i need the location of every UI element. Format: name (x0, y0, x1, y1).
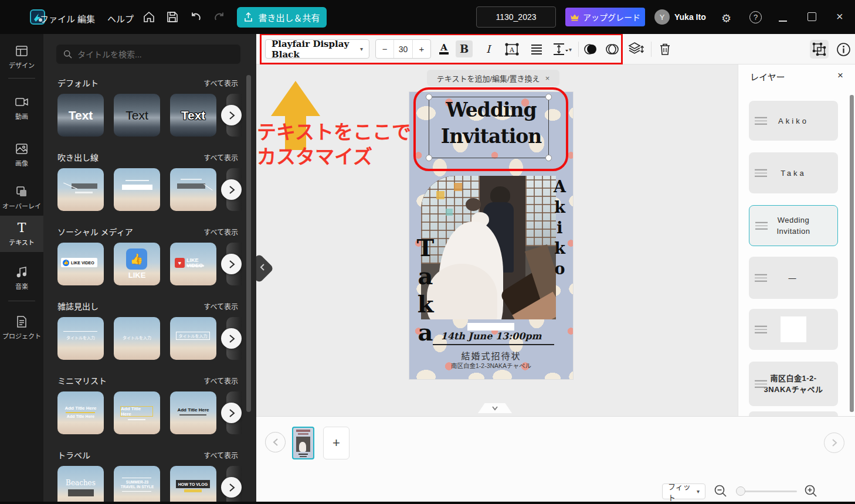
search-input[interactable] (77, 50, 224, 59)
sidebar-item-overlay[interactable]: オーバーレイ (0, 185, 43, 210)
zoom-out-icon[interactable] (714, 484, 728, 498)
jp-address-text[interactable]: 南区白金1-2-3NAKAチャペル (409, 361, 573, 370)
template-thumb-text[interactable]: Text (114, 94, 160, 137)
menu-edit[interactable]: 編集 (77, 12, 95, 25)
name-text-akiko[interactable]: Akiko (551, 178, 569, 280)
gear-icon[interactable]: ⚙ (721, 12, 731, 25)
template-thumb-callout[interactable] (114, 168, 160, 211)
wedding-photo[interactable] (421, 176, 556, 319)
layer-item-partial[interactable] (749, 411, 838, 416)
template-thumb-social[interactable]: ♥ LIKE VIDEO (170, 243, 216, 285)
zoom-in-icon[interactable] (804, 484, 818, 498)
template-thumb-social[interactable]: 👍 LIKE (114, 243, 160, 285)
sidebar-item-image[interactable]: 画像 (0, 142, 43, 168)
date-text[interactable]: 14th June 13:00pm (426, 331, 557, 342)
sidebar-item-video[interactable]: 動画 (0, 96, 43, 121)
show-all-link[interactable]: すべて表示 (203, 376, 238, 386)
search-box[interactable] (56, 45, 240, 64)
sidebar-item-design[interactable]: デザイン (0, 45, 43, 70)
drag-handle-icon[interactable] (755, 220, 768, 232)
template-thumb-minimalist[interactable]: Add Title Here Add Title Here (57, 391, 104, 434)
line-spacing-button[interactable]: ▾ (551, 40, 572, 59)
selection-handle[interactable] (426, 94, 432, 100)
show-all-link[interactable]: すべて表示 (203, 152, 238, 162)
panel-scrollbar[interactable] (246, 75, 251, 412)
template-thumb-magazine[interactable]: タイトルを入力 (57, 317, 104, 360)
sidebar-item-music[interactable]: 音楽 (0, 265, 43, 291)
template-thumb-social[interactable]: 👍 LIKE VIDEO (57, 243, 104, 285)
template-thumb-minimalist[interactable]: Add Title Here (114, 391, 160, 434)
scroll-right-button[interactable] (221, 477, 242, 498)
selection-frame[interactable] (429, 97, 549, 158)
align-button[interactable] (527, 40, 546, 59)
show-all-link[interactable]: すべて表示 (203, 450, 238, 460)
drag-handle-icon[interactable] (755, 378, 767, 390)
jp-invitation-text[interactable]: 結婚式招待状 (409, 349, 573, 362)
blend-button[interactable] (605, 41, 621, 57)
menu-file[interactable]: ファイル (40, 12, 75, 25)
template-thumb-callout[interactable] (57, 168, 104, 211)
italic-button[interactable]: I (480, 40, 497, 57)
white-rect-layer[interactable] (467, 323, 514, 331)
drag-handle-icon[interactable] (755, 323, 767, 336)
show-all-link[interactable]: すべて表示 (203, 301, 238, 311)
drag-handle-icon[interactable] (755, 272, 767, 284)
sidebar-item-projects[interactable]: プロジェクト (0, 315, 43, 340)
layer-item-wedding-invitation[interactable]: Wedding Invitation (749, 205, 838, 246)
zoom-slider-knob[interactable] (736, 486, 745, 496)
font-size-increase-button[interactable]: + (413, 40, 430, 58)
font-size-value[interactable]: 30 (393, 40, 412, 58)
layer-item-white-rect[interactable] (749, 309, 838, 350)
drag-handle-icon[interactable] (755, 167, 767, 179)
font-size-decrease-button[interactable]: − (376, 40, 393, 58)
menu-help[interactable]: ヘルプ (107, 12, 134, 25)
text-color-button[interactable]: A (435, 40, 452, 57)
design-canvas-page[interactable]: Wedding Invitation Taka Akiko 14th June … (409, 92, 573, 379)
trash-icon[interactable] (656, 40, 674, 58)
save-icon[interactable] (166, 11, 179, 23)
template-thumb-text[interactable]: Text (170, 94, 216, 137)
bold-button[interactable]: B (456, 40, 473, 57)
template-thumb-magazine[interactable]: タイトルを入力 (170, 317, 216, 360)
layer-item-address[interactable]: 南区白金1-2-3NAKAチャペル (749, 362, 838, 406)
sidebar-item-text[interactable]: T テキスト (0, 216, 43, 252)
close-button[interactable]: × (836, 10, 843, 23)
upgrade-button[interactable]: アップグレード (565, 8, 645, 26)
show-all-link[interactable]: すべて表示 (203, 227, 238, 237)
drag-handle-icon[interactable] (755, 115, 767, 127)
export-share-button[interactable]: 書き出し＆共有 (237, 7, 327, 28)
selection-handle[interactable] (545, 94, 552, 100)
layers-panel-toggle[interactable] (810, 40, 829, 59)
maximize-button[interactable] (808, 12, 816, 21)
layer-item-akiko[interactable]: Akiko (749, 101, 838, 141)
layer-item-dash[interactable]: — (749, 257, 838, 299)
selection-handle[interactable] (545, 155, 552, 161)
layer-order-button[interactable] (627, 40, 646, 58)
show-all-link[interactable]: すべて表示 (203, 78, 238, 88)
layers-close-icon[interactable]: × (837, 70, 843, 81)
template-thumb-travel[interactable]: HOW TO VLOG (170, 466, 216, 502)
project-title-input[interactable] (476, 6, 556, 28)
scroll-right-button[interactable] (221, 105, 242, 125)
scroll-right-button[interactable] (221, 179, 242, 200)
add-page-button[interactable]: + (323, 427, 350, 459)
opacity-button[interactable] (582, 41, 599, 57)
info-icon[interactable] (834, 40, 852, 58)
next-page-button[interactable] (824, 433, 844, 453)
scroll-right-button[interactable] (221, 403, 242, 423)
template-thumb-minimalist[interactable]: Add Title Here (170, 391, 216, 434)
scroll-right-button[interactable] (221, 254, 242, 274)
home-icon[interactable] (142, 11, 155, 23)
template-thumb-travel[interactable]: Beaches (57, 466, 104, 502)
template-thumb-magazine[interactable]: タイトルを入力 (114, 317, 160, 360)
name-text-taka[interactable]: Taka (410, 234, 440, 346)
undo-icon[interactable] (189, 11, 202, 23)
font-family-select[interactable]: Playfair Display Black ▾ (265, 39, 369, 59)
text-box-button[interactable]: A (503, 40, 521, 59)
tooltip-close-icon[interactable]: × (545, 74, 550, 83)
prev-page-button[interactable] (265, 432, 286, 452)
scroll-right-button[interactable] (221, 328, 242, 349)
template-thumb-text[interactable]: Text (57, 94, 104, 137)
template-thumb-travel[interactable]: SUMMER-23 TRAVEL IN STYLE (114, 466, 160, 502)
template-thumb-callout[interactable] (170, 168, 216, 211)
